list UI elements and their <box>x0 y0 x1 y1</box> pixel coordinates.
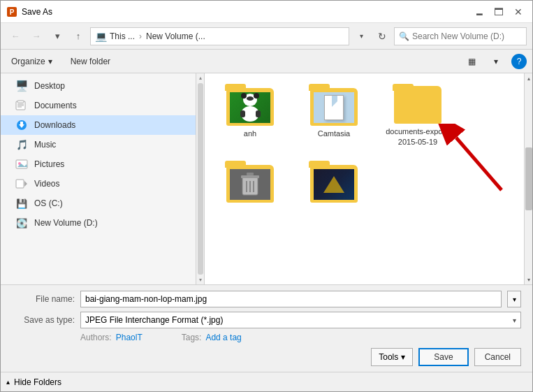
scroll-up-arrow[interactable]: ▴ <box>525 73 533 83</box>
sidebar-volume-label: New Volume (D:) <box>34 218 187 228</box>
action-row: Tools ▾ Save Cancel <box>12 348 521 366</box>
sidebar-item-os-c[interactable]: 💾 OS (C:) <box>1 194 196 213</box>
bottom-area: File name: ▾ Save as type: JPEG File Int… <box>1 284 532 372</box>
sidebar-item-desktop[interactable]: 🖥️ Desktop <box>1 76 196 96</box>
tags-value[interactable]: Add a tag <box>205 333 241 342</box>
file-area-scrollbar[interactable]: ▴ ▾ <box>524 73 532 284</box>
main-area: 🖥️ Desktop Documents Downloads 🎵 <box>1 73 532 284</box>
savetype-label: Save as type: <box>12 315 75 325</box>
new-folder-button[interactable]: New folder <box>66 53 115 70</box>
view-button[interactable]: ▦ <box>463 53 481 70</box>
desktop-icon: 🖥️ <box>15 80 29 92</box>
file-item-camtasia[interactable]: Camtasia <box>295 80 372 150</box>
refresh-button[interactable]: ↻ <box>373 27 391 45</box>
organize-button[interactable]: Organize ▾ <box>6 53 57 70</box>
address-bar[interactable]: 💻 This ... › New Volume (... <box>90 27 349 45</box>
sidebar-item-pictures[interactable]: Pictures <box>1 154 196 174</box>
os-icon: 💾 <box>15 198 29 209</box>
authors-item: Authors: PhaolT <box>80 333 143 342</box>
sidebar-documents-label: Documents <box>34 101 187 110</box>
view-dropdown-button[interactable]: ▾ <box>489 53 503 70</box>
dropdown-button[interactable]: ▾ <box>48 27 66 45</box>
filename-row: File name: ▾ <box>12 291 521 307</box>
pictures-icon <box>15 159 29 170</box>
savetype-dropdown[interactable]: JPEG File Interchange Format (*.jpg) ▾ <box>80 312 521 328</box>
hide-folders-arrow-icon: ▴ <box>6 378 10 386</box>
window-controls: 🗕 🗖 ✕ <box>471 3 527 20</box>
organize-label: Organize <box>11 57 45 66</box>
meta-row: Authors: PhaolT Tags: Add a tag <box>12 333 521 342</box>
scroll-thumb[interactable] <box>525 147 532 210</box>
folder-anh-icon <box>225 84 275 126</box>
save-button[interactable]: Save <box>418 348 468 366</box>
organize-dropdown-icon: ▾ <box>48 57 52 66</box>
sidebar-scroll-down[interactable]: ▾ <box>199 277 202 283</box>
view-icon: ▦ <box>468 57 476 66</box>
sidebar-item-new-volume[interactable]: 💽 New Volume (D:) <box>1 213 196 233</box>
hide-folders-label: Hide Folders <box>14 377 61 387</box>
sidebar-item-documents[interactable]: Documents <box>1 96 196 115</box>
savetype-dropdown-arrow: ▾ <box>513 317 516 324</box>
file-area: anh Camtasia <box>205 73 532 284</box>
sidebar-os-label: OS (C:) <box>34 198 187 208</box>
back-button[interactable]: ← <box>6 27 24 45</box>
address-crumb-volume[interactable]: New Volume (... <box>146 31 205 41</box>
maximize-button[interactable]: 🗖 <box>490 3 507 20</box>
minimize-button[interactable]: 🗕 <box>471 3 488 20</box>
file-item-docexport[interactable]: documents-export-2015-05-19 <box>379 80 456 150</box>
address-crumb-this[interactable]: This ... <box>110 31 135 41</box>
file-anh-label: anh <box>244 129 256 138</box>
authors-value[interactable]: PhaolT <box>116 333 143 342</box>
cancel-button[interactable]: Cancel <box>474 348 521 366</box>
sidebar: 🖥️ Desktop Documents Downloads 🎵 <box>1 73 196 284</box>
downloads-icon <box>15 119 29 131</box>
tools-dropdown-icon: ▾ <box>401 352 405 362</box>
help-button[interactable]: ? <box>511 54 527 69</box>
folder-docexport-icon <box>393 84 443 124</box>
address-computer-icon: 💻 <box>95 31 107 42</box>
sidebar-item-downloads[interactable]: Downloads <box>1 115 196 135</box>
app-icon: P <box>6 6 17 17</box>
new-folder-label: New folder <box>71 57 110 66</box>
search-input[interactable] <box>412 31 522 41</box>
sidebar-item-videos[interactable]: Videos <box>1 174 196 194</box>
close-button[interactable]: ✕ <box>510 3 527 20</box>
svg-text:P: P <box>10 8 15 16</box>
volume-icon: 💽 <box>15 217 29 228</box>
file-item-trash[interactable] <box>212 157 289 227</box>
filename-dropdown-button[interactable]: ▾ <box>507 291 521 307</box>
folder-trash-icon <box>225 161 275 203</box>
dialog-title: Save As <box>22 7 471 17</box>
svg-rect-3 <box>17 101 24 103</box>
authors-label: Authors: <box>80 333 112 342</box>
svg-rect-16 <box>241 175 259 178</box>
scroll-down-arrow[interactable]: ▾ <box>525 275 533 284</box>
up-button[interactable]: ↑ <box>69 27 87 45</box>
music-icon: 🎵 <box>15 139 29 150</box>
savetype-value: JPEG File Interchange Format (*.jpg) <box>85 315 223 325</box>
save-as-dialog: P Save As 🗕 🗖 ✕ ← → ▾ ↑ 💻 This ... › New… <box>0 0 533 392</box>
sidebar-item-music[interactable]: 🎵 Music <box>1 135 196 154</box>
file-docexport-label: documents-export-2015-05-19 <box>383 126 453 147</box>
documents-icon <box>15 100 29 111</box>
forward-button[interactable]: → <box>27 27 45 45</box>
search-icon: 🔍 <box>399 31 409 41</box>
sidebar-scroll-up[interactable]: ▴ <box>199 75 202 81</box>
file-camtasia-label: Camtasia <box>318 129 350 138</box>
sidebar-scrollbar[interactable]: ▴ ▾ <box>196 73 205 284</box>
hide-folders-bar[interactable]: ▴ Hide Folders <box>1 372 532 391</box>
tags-item: Tags: Add a tag <box>182 333 242 342</box>
filename-input[interactable] <box>80 291 502 307</box>
address-dropdown-button[interactable]: ▾ <box>352 27 370 45</box>
file-item-dark[interactable] <box>295 157 372 227</box>
tools-button[interactable]: Tools ▾ <box>371 348 413 366</box>
file-item-anh[interactable]: anh <box>212 80 289 150</box>
search-box[interactable]: 🔍 <box>394 27 527 45</box>
nav-bar: ← → ▾ ↑ 💻 This ... › New Volume (... ▾ ↻… <box>1 23 532 50</box>
title-bar: P Save As 🗕 🗖 ✕ <box>1 1 532 23</box>
sidebar-downloads-label: Downloads <box>34 120 187 130</box>
svg-rect-13 <box>16 180 24 188</box>
sidebar-music-label: Music <box>34 140 187 150</box>
svg-marker-14 <box>24 181 27 187</box>
sidebar-scroll-thumb[interactable] <box>198 83 203 275</box>
